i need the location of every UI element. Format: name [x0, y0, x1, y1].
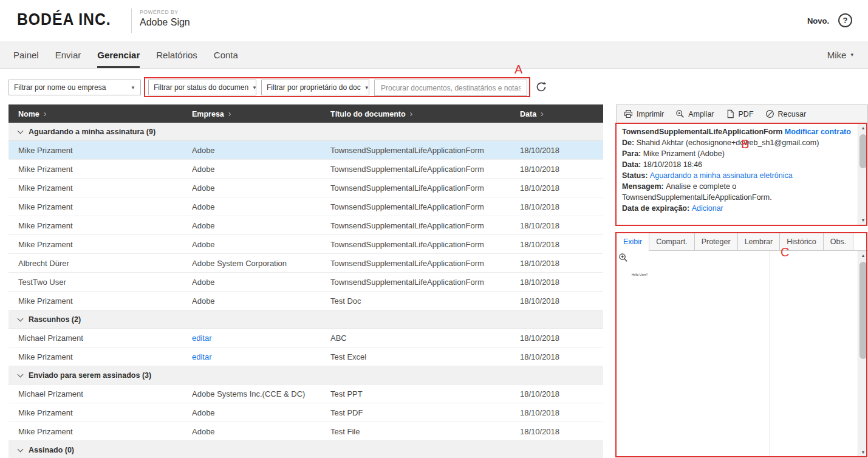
row-title: TownsendSupplementalLifeApplicationForm [321, 146, 510, 155]
zoom-in-icon[interactable] [618, 253, 629, 263]
scroll-thumb[interactable] [859, 262, 867, 359]
column-label: Título do documento [330, 110, 406, 118]
nav-tab[interactable]: Relatórios [156, 41, 197, 68]
row-date: 18/10/2018 [510, 259, 603, 268]
row-title: TownsendSupplementalLifeApplicationForm [321, 240, 510, 249]
row-name: Mike Prizament [9, 427, 182, 436]
row-company: Adobe Systems Inc.(CCE & DC) [182, 389, 321, 398]
scroll-up-icon[interactable]: ▲ [858, 123, 868, 133]
refresh-icon[interactable] [536, 81, 548, 94]
row-name: Mike Prizament [9, 408, 182, 417]
ampliar-button[interactable]: Ampliar [675, 109, 714, 118]
column-header[interactable]: Data› [510, 109, 603, 118]
tool-label: Recusar [778, 110, 807, 118]
chevron-down-icon [18, 446, 24, 452]
section-header[interactable]: Enviado para serem assinados (3) [9, 366, 603, 385]
detail-field-label: Status: [622, 171, 650, 180]
chevron-down-icon: ▼ [252, 85, 256, 91]
detail-field-link[interactable]: Aguardando a minha assinatura eletrônica [650, 171, 793, 180]
nav-tab[interactable]: Conta [214, 41, 238, 68]
table-row[interactable]: TestTwo UserAdobeTownsendSupplementalLif… [9, 273, 603, 292]
column-header[interactable]: Título do documento› [321, 109, 510, 118]
preview-scrollbar[interactable]: ▲ ▼ [858, 251, 868, 457]
preview-page-divider [770, 251, 770, 457]
pdf-button[interactable]: PDF [726, 109, 754, 118]
scroll-down-icon[interactable]: ▼ [858, 448, 868, 457]
search-input[interactable] [374, 80, 527, 96]
nav-tab[interactable]: Gerenciar [97, 41, 140, 68]
novo-button[interactable]: Novo. [807, 16, 829, 26]
row-title: ABC [321, 333, 510, 343]
row-company-edit-link[interactable]: editar [182, 333, 321, 343]
section-header[interactable]: Rascunhos (2) [9, 310, 603, 329]
filter-owner-dropdown[interactable]: Filtrar por proprietário do doc ▼ [261, 80, 369, 95]
detail-field: De: Shahid Akhtar (echosignone+dcweb_sh1… [622, 137, 854, 148]
table-row[interactable]: Mike PrizamentAdobeTest File18/10/2018 [9, 422, 603, 441]
imprimir-button[interactable]: Imprimir [624, 109, 664, 118]
modify-agreement-link[interactable]: Modificar contrato [785, 128, 851, 136]
preview-document-text: Hello User!! [632, 273, 648, 276]
chevron-down-icon: ▾ [850, 52, 853, 58]
table-row[interactable]: Michael PrizamentAdobe Systems Inc.(CCE … [9, 385, 603, 403]
nav-tab[interactable]: Painel [13, 41, 39, 68]
user-menu[interactable]: Mike ▾ [827, 41, 853, 68]
table-row[interactable]: Mike PrizamentAdobeTownsendSupplementalL… [9, 179, 603, 197]
agreement-title-line: TownsendSupplementalLifeApplicationForm … [622, 126, 854, 137]
row-company-edit-link[interactable]: editar [182, 352, 321, 361]
section-title: Aguardando a minha assinatura (9) [29, 128, 155, 136]
detail-field-label: Data: [622, 160, 643, 169]
section-header[interactable]: Assinado (0) [9, 441, 603, 458]
chevron-down-icon: ▼ [364, 85, 369, 91]
scroll-thumb[interactable] [859, 134, 867, 168]
detail-field-label: Para: [622, 149, 643, 158]
column-header[interactable]: Nome› [9, 109, 182, 118]
panel-tab-histrico[interactable]: Histórico [779, 233, 823, 251]
help-icon[interactable]: ? [838, 13, 852, 27]
scroll-down-icon[interactable]: ▼ [858, 216, 868, 225]
detail-field-link[interactable]: Adicionar [692, 204, 723, 213]
row-date: 18/10/2018 [510, 389, 603, 398]
row-company: Adobe [182, 202, 321, 211]
table-row[interactable]: Michael PrizamenteditarABC18/10/2018 [9, 329, 603, 347]
row-date: 18/10/2018 [510, 278, 603, 287]
row-name: Mike Prizament [9, 146, 182, 155]
user-name: Mike [827, 50, 847, 60]
row-name: Michael Prizament [9, 333, 182, 343]
row-company: Adobe [182, 408, 321, 417]
table-row[interactable]: Mike PrizamentAdobeTownsendSupplementalL… [9, 160, 603, 179]
row-name: Michael Prizament [9, 389, 182, 398]
panel-tab-obs[interactable]: Obs. [823, 233, 853, 251]
panel-tab-compart[interactable]: Compart. [649, 233, 694, 251]
printer-icon [624, 109, 633, 118]
chevron-down-icon [18, 128, 24, 134]
dropdown-label: Filtrar por proprietário do doc [267, 83, 361, 92]
filter-status-dropdown[interactable]: Filtrar por status do documen ▼ [148, 80, 256, 95]
pdf-icon [726, 109, 735, 118]
table-row[interactable]: Mike PrizamentAdobeTest PDF18/10/2018 [9, 403, 603, 422]
section-header[interactable]: Aguardando a minha assinatura (9) [9, 123, 603, 141]
panel-tab-proteger[interactable]: Proteger [694, 233, 737, 251]
panel-tab-lembrar[interactable]: Lembrar [737, 233, 780, 251]
nav-tab[interactable]: Enviar [55, 41, 81, 68]
row-title: Test PPT [321, 389, 510, 398]
table-row[interactable]: Mike PrizamentAdobeTownsendSupplementalL… [9, 141, 603, 160]
filter-name-company-dropdown[interactable]: Filtrar por nome ou empresa ▼ [9, 80, 141, 95]
scroll-up-icon[interactable]: ▲ [858, 251, 868, 261]
detail-field: Status: Aguardando a minha assinatura el… [622, 170, 854, 181]
section-title: Rascunhos (2) [29, 315, 81, 324]
column-label: Nome [18, 110, 39, 118]
agreement-fields: De: Shahid Akhtar (echosignone+dcweb_sh1… [622, 137, 854, 214]
table-row[interactable]: Mike PrizamentAdobeTownsendSupplementalL… [9, 197, 603, 216]
table-row[interactable]: Mike PrizamenteditarTest Excel18/10/2018 [9, 347, 603, 366]
chevron-down-icon [18, 315, 24, 321]
panel-tab-exibir[interactable]: Exibir [616, 233, 649, 251]
detail-scrollbar[interactable]: ▲ ▼ [858, 123, 868, 225]
table-row[interactable]: Mike PrizamentAdobeTownsendSupplementalL… [9, 216, 603, 235]
table-row[interactable]: Mike PrizamentAdobeTest Doc18/10/2018 [9, 292, 603, 310]
recusar-button[interactable]: Recusar [765, 109, 807, 118]
sort-arrow-icon: › [228, 109, 231, 118]
column-header[interactable]: Empresa› [182, 109, 321, 118]
document-preview: Hello User!! ▲ ▼ [616, 251, 868, 457]
table-row[interactable]: Mike PrizamentAdobeTownsendSupplementalL… [9, 235, 603, 254]
table-row[interactable]: Albrecht DürerAdobe System CorporationTo… [9, 254, 603, 273]
